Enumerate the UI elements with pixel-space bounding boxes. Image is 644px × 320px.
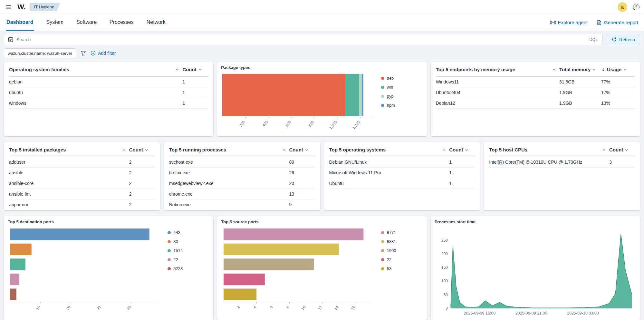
svg-text:50: 50 [443, 293, 448, 297]
legend-item[interactable]: 6771 [381, 230, 423, 235]
dql-label[interactable]: DQL [589, 37, 599, 42]
search-input[interactable] [16, 37, 585, 42]
legend-item[interactable]: 443 [168, 230, 209, 235]
legend-dot [381, 258, 384, 261]
processes-start-time-chart[interactable]: 0501001502002502025-09-09 15:002025-09-0… [435, 226, 636, 317]
tabs: Dashboard System Software Processes Netw… [6, 14, 178, 31]
legend-item[interactable]: 22 [168, 257, 209, 262]
svg-text:600: 600 [284, 120, 292, 128]
explore-agent-button[interactable]: Explore agent [550, 20, 588, 25]
legend-item[interactable]: 1900 [381, 248, 423, 253]
svg-text:400: 400 [262, 120, 269, 128]
svg-text:16: 16 [350, 305, 356, 311]
svg-text:250: 250 [441, 238, 448, 243]
column-header-total-memory[interactable]: Total memory [559, 67, 601, 72]
column-header-count[interactable]: Count [289, 147, 315, 152]
row-value: 1.9GB [559, 101, 601, 106]
breadcrumb-it-hygiene[interactable]: IT Hygiene [30, 3, 60, 11]
search-box[interactable]: DQL [4, 34, 603, 45]
column-header-title[interactable]: Top 5 installed packages [9, 147, 129, 152]
chevron-down-icon [625, 148, 629, 152]
table-header: Top 5 running processes Count [169, 143, 315, 157]
table-body: Windows1131.6GB77%Ubuntu24041.9GB17%Debi… [436, 77, 635, 109]
row-value: 13% [601, 101, 635, 106]
tab-network[interactable]: Network [146, 14, 166, 31]
row-label: firefox.exe [169, 170, 289, 175]
legend-item[interactable]: 1514 [168, 248, 209, 253]
hamburger-icon [6, 4, 12, 10]
column-header-count[interactable]: Count [449, 147, 475, 152]
legend-item[interactable]: pypi [381, 94, 423, 99]
legend-item[interactable]: 22 [381, 257, 423, 262]
svg-text:12: 12 [317, 305, 323, 311]
tab-processes[interactable]: Processes [109, 14, 134, 31]
hamburger-menu-button[interactable] [5, 3, 13, 11]
column-header-title[interactable]: Top 5 running processes [169, 147, 289, 152]
legend-item[interactable]: 53 [381, 266, 423, 271]
legend-dot [168, 240, 171, 243]
legend-item[interactable]: deb [381, 76, 423, 81]
table-body: Intel(R) Core(TM) i5-10310U CPU @ 1.70GH… [489, 157, 635, 168]
legend-label: win [387, 85, 393, 90]
svg-text:2025-09-10 03:00: 2025-09-10 03:00 [567, 311, 599, 315]
column-header-count[interactable]: Count [609, 147, 635, 152]
legend-item[interactable]: 80 [168, 239, 209, 244]
row-label: Microsoft Windows 11 Pro [329, 170, 449, 175]
plus-circle-icon [91, 51, 96, 56]
column-header-count[interactable]: Count [129, 147, 155, 152]
legend-item[interactable]: 5228 [168, 266, 209, 271]
package-types-chart[interactable]: 2004006008001,0001,200debwinpypinpm [221, 71, 423, 134]
row-value: 2 [129, 170, 155, 175]
column-header-title[interactable]: Top 5 operating systems [329, 147, 449, 152]
help-icon[interactable]: ? [633, 4, 639, 10]
legend-label: 1900 [387, 248, 396, 253]
table-body: debian1ubuntu1windows1 [9, 77, 208, 109]
tab-dashboard[interactable]: Dashboard [6, 14, 34, 31]
chevron-down-icon [198, 68, 202, 72]
svg-text:10: 10 [301, 305, 307, 311]
row-value: 1 [449, 170, 475, 175]
panel-host-cpus: Top 5 host CPUs Count Intel(R) Core(TM) … [484, 142, 640, 210]
tab-software[interactable]: Software [76, 14, 97, 31]
column-header-count[interactable]: Count [182, 67, 208, 72]
tab-system[interactable]: System [46, 14, 64, 31]
source-ports-chart[interactable]: 2468101214166771688119002253 [221, 226, 423, 317]
row-label: msedgewebview2.exe [169, 181, 289, 186]
add-filter-button[interactable]: Add filter [91, 51, 116, 56]
sort-down-icon [601, 67, 605, 72]
generate-report-button[interactable]: Generate report [597, 20, 638, 25]
row-label: ansible [9, 170, 129, 175]
legend-dot [381, 77, 384, 80]
panel-installed-packages: Top 5 installed packages Count adduser2a… [4, 142, 160, 210]
table-body: svchost.exe89firefox.exe26msedgewebview2… [169, 157, 315, 210]
panel-source-ports: Top 5 source ports 246810121416677168811… [217, 216, 427, 320]
table-row: apparmor2 [9, 199, 155, 210]
legend-item[interactable]: npm [381, 103, 423, 108]
legend-label: 80 [173, 239, 178, 244]
row-label: adduser [9, 160, 129, 165]
destination-ports-chart[interactable]: 10203040443801514225228 [8, 226, 209, 317]
legend-dot [381, 86, 384, 89]
legend-dot [381, 231, 384, 234]
avatar[interactable]: a [618, 2, 627, 12]
column-header-title[interactable]: Operating system families [9, 67, 182, 72]
column-header-title[interactable]: Top 5 endpoints by memory usage [436, 67, 559, 72]
saved-queries-icon[interactable] [8, 37, 13, 42]
filter-pill[interactable]: wazuh.cluster.name: wazuh-server [4, 48, 76, 58]
chevron-down-icon [623, 68, 627, 72]
svg-text:2025-09-09 21:00: 2025-09-09 21:00 [515, 311, 547, 315]
refresh-button[interactable]: Refresh [607, 34, 640, 45]
wazuh-logo[interactable]: W. [17, 3, 26, 11]
column-header-usage[interactable]: Usage [601, 67, 635, 72]
legend-item[interactable]: 6881 [381, 239, 423, 244]
tabsbar-actions: Explore agent Generate report [550, 20, 638, 25]
legend-dot [168, 267, 171, 270]
row-value: 1 [182, 79, 208, 84]
column-header-title[interactable]: Top 5 host CPUs [489, 147, 609, 152]
legend-item[interactable]: win [381, 85, 423, 90]
filter-funnel-icon[interactable] [81, 51, 86, 56]
row-label: debian [9, 79, 182, 84]
row-label: Ubuntu2404 [436, 90, 559, 95]
table-row: Notion.exe9 [169, 199, 315, 210]
chevron-down-icon [145, 148, 149, 152]
